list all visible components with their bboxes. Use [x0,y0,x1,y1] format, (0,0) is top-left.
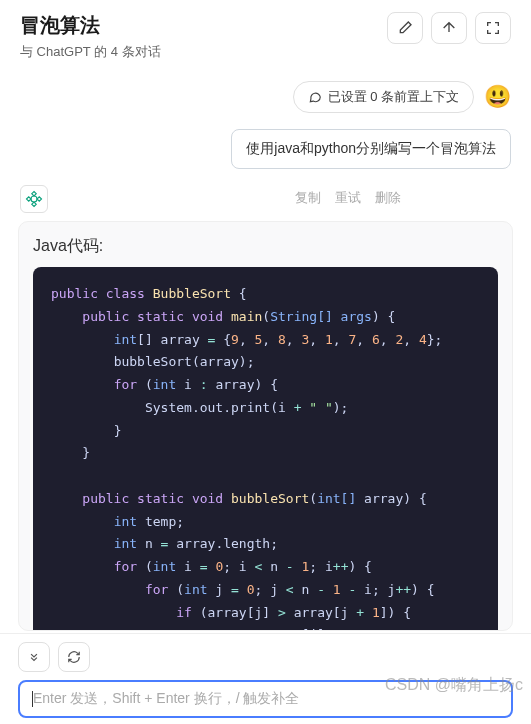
page-title: 冒泡算法 [20,12,161,39]
fullscreen-button[interactable] [475,12,511,44]
edit-button[interactable] [387,12,423,44]
bottom-tools [18,642,513,672]
expand-icon [485,20,501,36]
bottom-bar: Enter 发送，Shift + Enter 换行，/ 触发补全 [0,633,531,724]
chat-area: 已设置 0 条前置上下文 😃 使用java和python分别编写一个冒泡算法 复… [0,71,531,213]
page-subtitle: 与 ChatGPT 的 4 条对话 [20,43,161,61]
svg-point-0 [31,196,37,202]
speech-icon [308,90,322,104]
user-row: 使用java和python分别编写一个冒泡算法 [20,129,511,169]
assistant-avatar [20,185,48,213]
chevrons-down-icon [27,650,41,664]
answer-card: Java代码: public class BubbleSort { public… [18,221,513,631]
scroll-down-button[interactable] [18,642,50,672]
smile-emoji: 😃 [484,84,511,110]
answer-section-title: Java代码: [19,236,512,267]
share-button[interactable] [431,12,467,44]
context-label: 已设置 0 条前置上下文 [328,88,459,106]
delete-action[interactable]: 删除 [375,189,401,207]
openai-icon [25,190,43,208]
assistant-header: 复制 重试 删除 [20,185,511,213]
copy-action[interactable]: 复制 [295,189,321,207]
header-left: 冒泡算法 与 ChatGPT 的 4 条对话 [20,12,161,61]
code-block: public class BubbleSort { public static … [33,267,498,631]
message-input[interactable]: Enter 发送，Shift + Enter 换行，/ 触发补全 [18,680,513,718]
retry-action[interactable]: 重试 [335,189,361,207]
refresh-icon [67,650,81,664]
share-icon [441,20,457,36]
input-placeholder: Enter 发送，Shift + Enter 换行，/ 触发补全 [33,690,299,706]
message-actions: 复制 重试 删除 [295,189,401,207]
header-actions [387,12,511,44]
header: 冒泡算法 与 ChatGPT 的 4 条对话 [0,0,531,71]
refresh-button[interactable] [58,642,90,672]
context-pill[interactable]: 已设置 0 条前置上下文 [293,81,474,113]
user-message: 使用java和python分别编写一个冒泡算法 [231,129,511,169]
pencil-icon [397,20,413,36]
context-row: 已设置 0 条前置上下文 😃 [20,81,511,113]
